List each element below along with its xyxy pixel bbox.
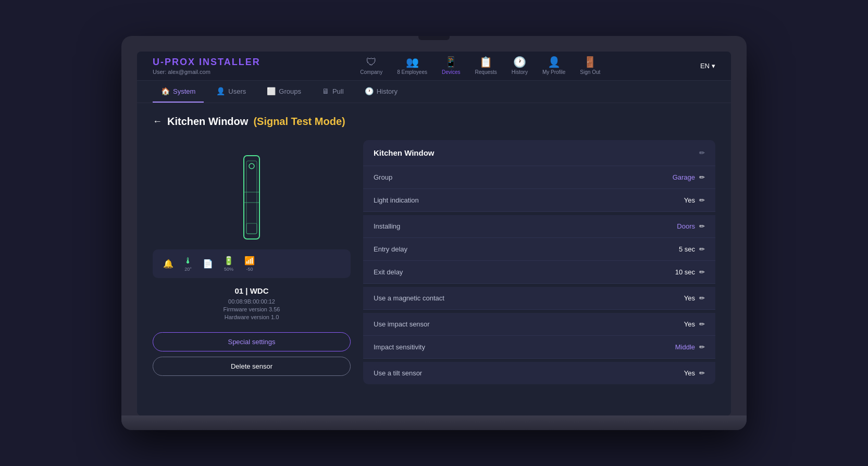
brand-highlight: X (188, 57, 195, 67)
nav-company-label: Company (360, 69, 382, 75)
nav-requests-label: Requests (475, 69, 497, 75)
brand-title: U-PROX INSTALLER (153, 57, 261, 68)
status-bar: 🔔 🌡 20° 📄 🔋 50% (153, 249, 351, 278)
subnav-users-label: Users (228, 87, 246, 95)
row-tilt-sensor: Use a tilt sensor Yes ✏ (363, 362, 715, 384)
edit-exit-icon[interactable]: ✏ (699, 268, 705, 276)
brand-user: User: alex@gmail.com (153, 69, 261, 75)
impact-sensor-label: Use impact sensor (374, 320, 430, 328)
lang-label: EN (700, 62, 710, 70)
status-contact: 📄 (203, 259, 213, 269)
device-firmware: Firmware version 3.56 (224, 306, 280, 312)
special-settings-button[interactable]: Special settings (153, 332, 351, 351)
edit-light-icon[interactable]: ✏ (699, 196, 705, 204)
nav-myprofile[interactable]: 👤 My Profile (542, 57, 565, 75)
exit-delay-label: Exit delay (374, 268, 403, 276)
row-installing: Installing Doors ✏ (363, 215, 715, 238)
laptop-bottom (121, 415, 747, 430)
edit-sensitivity-icon[interactable]: ✏ (699, 343, 705, 351)
pull-icon: 🖥 (322, 87, 329, 95)
main-content: ← Kitchen Window (Signal Test Mode) (137, 103, 731, 415)
edit-title-icon[interactable]: ✏ (699, 149, 705, 157)
subnav-users[interactable]: 👤 Users (208, 81, 254, 103)
brand-suffix: INSTALLER (195, 57, 261, 67)
brand-prefix: U-PRO (153, 57, 188, 67)
edit-entry-icon[interactable]: ✏ (699, 245, 705, 253)
subnav-pull[interactable]: 🖥 Pull (314, 81, 352, 103)
brand: U-PROX INSTALLER User: alex@gmail.com (153, 57, 261, 75)
impact-sensitivity-label: Impact sensitivity (374, 343, 425, 351)
devices-icon: 📱 (444, 57, 457, 67)
page-title: Kitchen Window (167, 116, 248, 128)
nav-requests[interactable]: 📋 Requests (475, 57, 497, 75)
exit-delay-value-area: 10 sec ✏ (675, 268, 705, 276)
edit-magnetic-icon[interactable]: ✏ (699, 294, 705, 302)
history-icon: 🕐 (513, 57, 526, 67)
tilt-sensor-value-area: Yes ✏ (684, 369, 705, 377)
signout-icon: 🚪 (584, 57, 597, 67)
page-title-area: ← Kitchen Window (Signal Test Mode) (153, 116, 715, 128)
group-label: Group (374, 173, 392, 181)
temp-icon: 🌡 (184, 256, 192, 266)
status-battery: 🔋 50% (224, 256, 234, 272)
nav-employees[interactable]: 👥 8 Employees (397, 57, 427, 75)
signal-icon: 📶 (244, 256, 255, 266)
light-label: Light indication (374, 196, 419, 204)
entry-delay-value-area: 5 sec ✏ (679, 245, 705, 253)
users-icon: 👤 (216, 87, 225, 95)
tilt-sensor-label: Use a tilt sensor (374, 369, 422, 377)
edit-group-icon[interactable]: ✏ (699, 173, 705, 181)
nav-history-label: History (512, 69, 528, 75)
subnav-groups-label: Groups (279, 87, 301, 95)
settings-header: Kitchen Window ✏ (363, 140, 715, 166)
magnetic-value: Yes (684, 294, 695, 302)
edit-installing-icon[interactable]: ✏ (699, 222, 705, 230)
top-nav: U-PROX INSTALLER User: alex@gmail.com 🛡 … (137, 52, 731, 81)
groups-icon: ⬜ (267, 87, 276, 95)
entry-delay-label: Entry delay (374, 245, 407, 253)
sub-nav: 🏠 System 👤 Users ⬜ Groups 🖥 Pull 🕐 Histo… (137, 81, 731, 103)
entry-delay-value: 5 sec (679, 245, 695, 253)
signal-value: -50 (246, 267, 253, 272)
lang-selector[interactable]: EN ▾ (700, 62, 715, 70)
impact-sensor-value-area: Yes ✏ (684, 320, 705, 328)
device-mac: 00:08:9B:00:00:12 (224, 298, 280, 305)
status-alarm: 🔔 (163, 259, 173, 269)
nav-signout[interactable]: 🚪 Sign Out (580, 57, 600, 75)
nav-devices[interactable]: 📱 Devices (442, 57, 461, 75)
impact-sensitivity-value-area: Middle ✏ (675, 343, 705, 351)
back-button[interactable]: ← (153, 116, 162, 127)
content-grid: 🔔 🌡 20° 📄 🔋 50% (153, 140, 715, 384)
subnav-system[interactable]: 🏠 System (153, 81, 204, 103)
installing-label: Installing (374, 222, 400, 230)
row-impact-sensitivity: Impact sensitivity Middle ✏ (363, 336, 715, 359)
magnetic-value-area: Yes ✏ (684, 294, 705, 302)
light-value-area: Yes ✏ (684, 196, 705, 204)
nav-company[interactable]: 🛡 Company (360, 57, 382, 75)
magnetic-label: Use a magnetic contact (374, 294, 444, 302)
subnav-history[interactable]: 🕐 History (356, 81, 406, 103)
tilt-sensor-value: Yes (684, 369, 695, 377)
myprofile-icon: 👤 (548, 57, 561, 67)
row-group: Group Garage ✏ (363, 166, 715, 189)
alarm-icon: 🔔 (163, 259, 173, 269)
row-exit-delay: Exit delay 10 sec ✏ (363, 261, 715, 284)
subnav-pull-label: Pull (332, 87, 344, 95)
edit-tilt-icon[interactable]: ✏ (699, 369, 705, 377)
row-light: Light indication Yes ✏ (363, 189, 715, 212)
nav-myprofile-label: My Profile (542, 69, 565, 75)
delete-sensor-button[interactable]: Delete sensor (153, 357, 351, 376)
company-icon: 🛡 (366, 57, 377, 67)
employees-icon: 👥 (406, 57, 419, 67)
signal-mode-badge: (Signal Test Mode) (253, 116, 345, 128)
subnav-groups[interactable]: ⬜ Groups (258, 81, 309, 103)
settings-title: Kitchen Window (374, 148, 435, 157)
installing-value: Doors (677, 222, 695, 230)
nav-history[interactable]: 🕐 History (512, 57, 528, 75)
installing-value-area: Doors ✏ (677, 222, 705, 230)
edit-impact-icon[interactable]: ✏ (699, 320, 705, 328)
temp-value: 20° (184, 267, 192, 272)
lang-chevron-icon: ▾ (712, 62, 715, 70)
status-signal: 📶 -50 (244, 256, 255, 272)
contact-icon: 📄 (203, 259, 213, 269)
